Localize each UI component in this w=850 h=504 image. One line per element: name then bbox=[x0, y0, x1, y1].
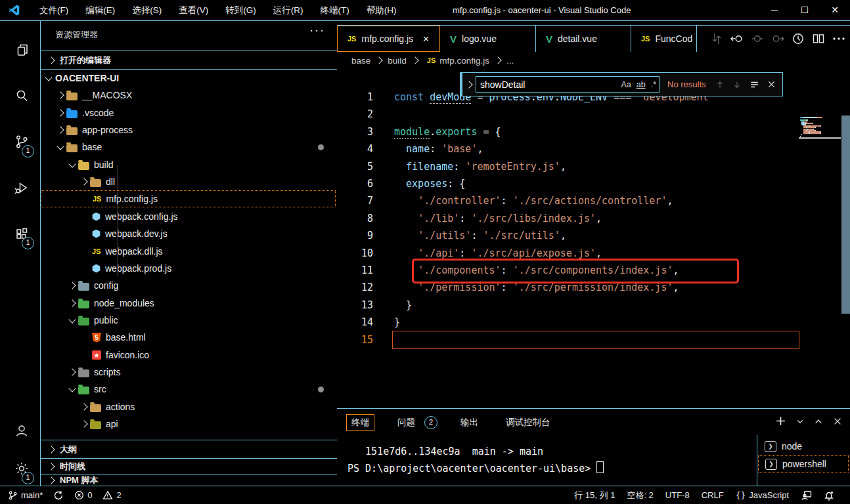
status-sync[interactable] bbox=[53, 490, 64, 501]
tree-item-app-process[interactable]: app-process bbox=[41, 121, 336, 138]
open-editors-section[interactable]: 打开的编辑器 bbox=[41, 51, 337, 70]
terminal-instance-node[interactable]: ❯node bbox=[758, 438, 849, 455]
status-warnings[interactable]: 2 bbox=[102, 490, 121, 500]
tree-item-favicon.ico[interactable]: ★favicon.ico bbox=[41, 346, 336, 364]
section-1[interactable]: 时间线 bbox=[41, 458, 337, 474]
vertical-scrollbar[interactable] bbox=[841, 116, 850, 314]
tree-item-build[interactable]: build bbox=[41, 156, 336, 173]
find-close-icon[interactable] bbox=[767, 80, 776, 89]
status-feedback[interactable] bbox=[801, 490, 812, 501]
menu-item-5[interactable]: 运行(R) bbox=[265, 0, 312, 20]
previous-change-button[interactable] bbox=[728, 30, 746, 47]
tree-item-node_modules[interactable]: node_modules bbox=[41, 295, 336, 312]
current-change-button[interactable] bbox=[749, 30, 766, 47]
breadcrumb-item-mfp.config.js[interactable]: JSmfp.config.js bbox=[424, 56, 489, 66]
find-previous-icon[interactable] bbox=[715, 80, 725, 89]
menu-item-6[interactable]: 终端(T) bbox=[312, 0, 358, 20]
close-panel-button[interactable] bbox=[833, 417, 842, 426]
tree-item-webpack.dev.js[interactable]: webpack.dev.js bbox=[41, 225, 336, 242]
activity-extensions[interactable]: 1 bbox=[0, 217, 40, 251]
tab-detail.vue[interactable]: Vdetail.vue bbox=[536, 26, 631, 52]
tree-item-config[interactable]: config bbox=[41, 277, 336, 294]
tree-item-webpack.dll.js[interactable]: JSwebpack.dll.js bbox=[41, 243, 336, 260]
status-notifications[interactable] bbox=[824, 490, 834, 501]
tree-item-dll[interactable]: dll bbox=[41, 173, 336, 190]
panel-tab-调试控制台[interactable]: 调试控制台 bbox=[501, 415, 555, 430]
menu-item-1[interactable]: 编辑(E) bbox=[77, 0, 123, 20]
menu-item-3[interactable]: 查看(V) bbox=[170, 0, 217, 20]
new-terminal-button[interactable] bbox=[775, 415, 786, 427]
menu-item-2[interactable]: 选择(S) bbox=[123, 0, 170, 20]
sidebar-more-actions[interactable]: ··· bbox=[309, 24, 325, 37]
tab-logo.vue[interactable]: Vlogo.vue bbox=[440, 26, 536, 52]
toggle-replace-icon[interactable] bbox=[465, 81, 472, 88]
activity-run-debug[interactable] bbox=[0, 171, 40, 205]
match-case-toggle[interactable]: Aa bbox=[621, 80, 631, 89]
tree-item-base[interactable]: base bbox=[41, 138, 336, 156]
token: './src/utils' bbox=[483, 230, 560, 242]
tree-item-api[interactable]: api bbox=[41, 415, 336, 432]
whole-word-toggle[interactable]: ab bbox=[637, 80, 646, 89]
tree-item-.vscode[interactable]: .vscode bbox=[41, 104, 336, 121]
activity-explorer[interactable] bbox=[0, 33, 40, 67]
tab-FuncCod[interactable]: JSFuncCod bbox=[631, 26, 697, 52]
tree-item-actions[interactable]: actions bbox=[41, 398, 336, 415]
activity-settings[interactable]: 1 bbox=[0, 452, 40, 486]
panel-tab-问题[interactable]: 问题2 bbox=[393, 415, 437, 430]
close-button[interactable]: ✕ bbox=[820, 0, 850, 20]
tree-item-webpack.config.js[interactable]: webpack.config.js bbox=[41, 208, 336, 225]
find-next-icon[interactable] bbox=[732, 80, 742, 89]
activity-search[interactable] bbox=[0, 79, 40, 113]
tab-mfp.config.js[interactable]: JSmfp.config.js✕ bbox=[337, 26, 440, 52]
minimap-line bbox=[820, 133, 821, 134]
status-encoding[interactable]: UTF-8 bbox=[665, 490, 690, 500]
panel-tab-终端[interactable]: 终端 bbox=[346, 414, 374, 431]
next-change-button[interactable] bbox=[769, 30, 786, 47]
status-cursor-position[interactable]: 行 15, 列 1 bbox=[574, 490, 615, 501]
more-actions-button[interactable] bbox=[830, 30, 847, 47]
terminal-dropdown-button[interactable] bbox=[796, 417, 804, 425]
terminal-output[interactable]: 151e7d6..134ec9a main -> mainPS D:\aproj… bbox=[347, 443, 604, 477]
status-eol[interactable]: CRLF bbox=[702, 490, 724, 500]
menu-item-0[interactable]: 文件(F) bbox=[31, 0, 77, 20]
find-input[interactable] bbox=[476, 79, 618, 90]
status-errors[interactable]: 0 bbox=[74, 490, 92, 500]
maximize-button[interactable]: ☐ bbox=[790, 0, 820, 20]
status-git-branch[interactable]: main* bbox=[8, 490, 43, 501]
status-indentation[interactable]: 空格: 2 bbox=[627, 490, 653, 501]
find-in-selection-icon[interactable] bbox=[749, 80, 759, 89]
section-0[interactable]: 大纲 bbox=[41, 440, 337, 458]
tree-item-public[interactable]: public bbox=[41, 312, 336, 329]
menu-item-4[interactable]: 转到(G) bbox=[217, 0, 265, 20]
tree-item-label: __MACOSX bbox=[82, 90, 132, 100]
tree-item-src[interactable]: src bbox=[41, 381, 336, 398]
status-language-mode[interactable]: {}JavaScript bbox=[736, 490, 789, 500]
split-editor-button[interactable] bbox=[810, 30, 827, 47]
minimize-button[interactable]: ─ bbox=[759, 0, 790, 20]
tree-item-__MACOSX[interactable]: __MACOSX bbox=[41, 87, 336, 104]
compare-changes-button[interactable] bbox=[708, 30, 725, 47]
tree-item-label: app-process bbox=[82, 125, 133, 135]
folder-scripts bbox=[78, 369, 89, 377]
breadcrumb-item-build[interactable]: build bbox=[388, 56, 407, 66]
tree-item-mfp.config.js[interactable]: JSmfp.config.js bbox=[41, 190, 336, 207]
breadcrumb-item-base[interactable]: base bbox=[351, 56, 370, 66]
close-icon[interactable]: ✕ bbox=[422, 34, 430, 44]
tree-item-scripts[interactable]: scripts bbox=[41, 364, 336, 381]
menu-item-7[interactable]: 帮助(H) bbox=[358, 0, 405, 20]
activity-source-control[interactable]: 1 bbox=[0, 125, 40, 159]
panel-tab-输出[interactable]: 输出 bbox=[456, 415, 483, 430]
activity-account[interactable] bbox=[0, 413, 40, 448]
maximize-panel-button[interactable] bbox=[814, 417, 823, 426]
code-editor[interactable]: 1const devMode = process.env.NODE_ENV ==… bbox=[337, 69, 850, 408]
section-2[interactable]: NPM 脚本 bbox=[41, 474, 337, 486]
terminal-instance-powershell[interactable]: ❯powershell bbox=[758, 455, 849, 472]
regex-toggle[interactable]: .* bbox=[651, 80, 656, 89]
tree-item-webpack.prod.js[interactable]: webpack.prod.js bbox=[41, 260, 336, 277]
tree-item-OACENTER-UI[interactable]: OACENTER-UI bbox=[41, 70, 336, 87]
tree-item-base.html[interactable]: 5base.html bbox=[41, 329, 336, 346]
minimap[interactable] bbox=[799, 116, 841, 211]
breadcrumb-item-...[interactable]: ... bbox=[506, 56, 514, 66]
timeline-button[interactable] bbox=[790, 30, 807, 47]
webpack-icon bbox=[92, 264, 101, 273]
